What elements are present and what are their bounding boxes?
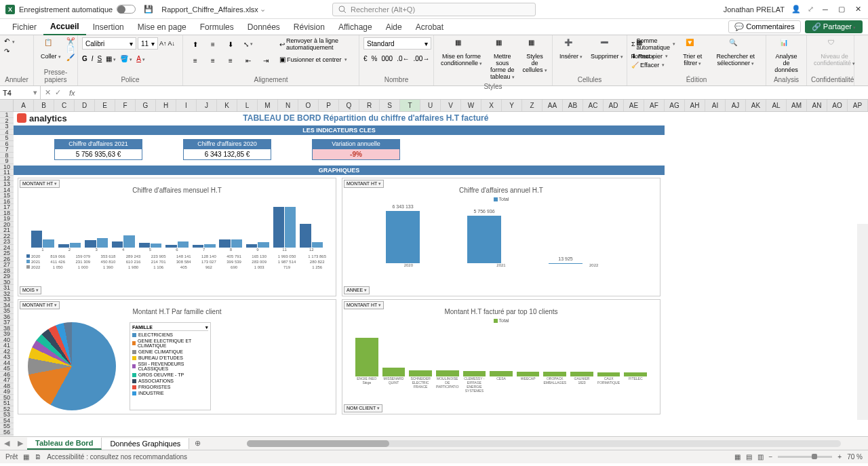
tab-acrobat[interactable]: Acrobat <box>409 20 450 35</box>
sort-filter-button[interactable]: 🔽Trier et filtrer <box>678 37 707 69</box>
slicer-montant[interactable]: MONTANT HT <box>20 180 60 188</box>
column-header[interactable]: M <box>258 100 278 111</box>
column-header[interactable]: AI <box>705 100 726 111</box>
tab-affichage[interactable]: Affichage <box>332 20 379 35</box>
column-header[interactable]: A <box>14 100 34 111</box>
increase-decimal-icon[interactable]: .0← <box>397 55 409 62</box>
tab-accueil[interactable]: Accueil <box>43 19 86 35</box>
minimize-icon[interactable]: ─ <box>821 5 830 14</box>
align-middle-icon[interactable]: ≡ <box>205 38 220 50</box>
align-right-icon[interactable]: ≡ <box>223 54 238 66</box>
tab-donnees[interactable]: Données <box>241 20 287 35</box>
cancel-formula-icon[interactable]: ✕ <box>45 88 51 97</box>
undo-dropdown[interactable] <box>11 37 15 45</box>
fill-button[interactable]: ⬇ Recopier <box>631 53 675 60</box>
hscroll-thumb[interactable] <box>247 440 389 447</box>
autosum-button[interactable]: Σ Somme automatique <box>631 37 675 51</box>
sheet-content[interactable]: analytics TABLEAU DE BORD Répartition du… <box>14 112 868 436</box>
chart-annual[interactable]: MONTANT HT Chiffre d'affaires annuel H.T… <box>342 178 660 296</box>
cell-styles-button[interactable]: ▦Styles de cellules <box>520 37 550 75</box>
underline-button[interactable]: S <box>98 55 102 62</box>
column-header[interactable]: Y <box>502 100 522 111</box>
tab-mise-en-page[interactable]: Mise en page <box>131 20 193 35</box>
sheet-tab-dashboard[interactable]: Tableau de Bord <box>27 438 102 450</box>
select-all-cell[interactable] <box>0 100 14 111</box>
slicer-montant[interactable]: MONTANT HT <box>344 180 384 188</box>
undo-icon[interactable]: ↶ <box>4 37 9 45</box>
slicer-nomclient[interactable]: NOM CLIENT <box>344 404 382 412</box>
vertical-scrollbar[interactable] <box>857 224 868 420</box>
decrease-decimal-icon[interactable]: .00→ <box>414 55 430 62</box>
column-header[interactable]: B <box>34 100 54 111</box>
sheet-nav-prev-icon[interactable]: ◀ <box>0 439 14 448</box>
sheet-tab-donnees[interactable]: Données Graphiques <box>102 438 189 449</box>
legend-dropdown-icon[interactable]: ▾ <box>205 325 208 330</box>
column-header[interactable]: AD <box>604 100 624 111</box>
column-header[interactable]: AJ <box>726 100 746 111</box>
column-header[interactable]: J <box>197 100 217 111</box>
chart-top10-clients[interactable]: MONTANT HT Montant H.T facturé par top 1… <box>342 299 660 414</box>
redo-icon[interactable]: ↷ <box>4 47 9 55</box>
percent-icon[interactable]: % <box>372 55 378 62</box>
column-header[interactable]: N <box>278 100 298 111</box>
fill-color-button[interactable]: 🪣 <box>120 55 132 62</box>
column-header[interactable]: AF <box>644 100 665 111</box>
save-icon[interactable]: 💾 <box>144 5 153 14</box>
chart-pie-famille[interactable]: MONTANT HT Montant H.T Par famille clien… <box>18 299 336 414</box>
column-header[interactable]: AG <box>665 100 685 111</box>
number-format-select[interactable]: Standard▾ <box>363 37 431 50</box>
user-name[interactable]: Jonathan PRELAT <box>724 5 785 14</box>
sheet-nav-next-icon[interactable]: ▶ <box>14 439 27 448</box>
chart-monthly[interactable]: MONTANT HT Chiffre d'affaires mensuel H.… <box>18 178 336 296</box>
slicer-montant[interactable]: MONTANT HT <box>20 301 60 309</box>
column-header[interactable]: V <box>441 100 461 111</box>
macro-indicator-icon[interactable]: ▦ <box>23 453 29 461</box>
ribbon-options-icon[interactable]: ⤢ <box>808 5 814 14</box>
column-header[interactable]: Z <box>522 100 542 111</box>
column-header[interactable]: AO <box>827 100 848 111</box>
currency-icon[interactable]: € <box>363 55 368 62</box>
copy-icon[interactable]: 📄 <box>66 45 75 53</box>
column-header[interactable]: AM <box>787 100 807 111</box>
insert-button[interactable]: ➕Insérer <box>557 37 585 62</box>
fx-icon[interactable]: fx <box>69 89 75 97</box>
accept-formula-icon[interactable]: ✓ <box>55 88 61 97</box>
view-layout-icon[interactable]: ▤ <box>746 453 752 461</box>
comma-icon[interactable]: 000 <box>381 55 393 62</box>
column-header[interactable]: AC <box>583 100 604 111</box>
column-header[interactable]: T <box>400 100 420 111</box>
column-header[interactable]: I <box>176 100 197 111</box>
view-normal-icon[interactable]: ▦ <box>734 453 741 461</box>
column-header[interactable]: AH <box>685 100 705 111</box>
format-painter-icon[interactable]: 🖌️ <box>66 54 75 61</box>
column-header[interactable]: E <box>95 100 115 111</box>
cut-icon[interactable]: ✂️ <box>66 37 75 45</box>
name-box[interactable]: T4▾ <box>0 86 41 99</box>
slicer-mois[interactable]: MOIS <box>20 286 41 294</box>
column-header[interactable]: O <box>298 100 319 111</box>
conditional-format-button[interactable]: ▦Mise en forme conditionnelle <box>438 37 485 69</box>
column-header[interactable]: P <box>319 100 339 111</box>
tab-formules[interactable]: Formules <box>193 20 241 35</box>
comments-button[interactable]: 💬 Commentaires <box>728 20 801 33</box>
search-box[interactable]: Rechercher (Alt+Q) <box>332 3 536 16</box>
column-header[interactable]: AK <box>746 100 766 111</box>
add-sheet-button[interactable]: ⊕ <box>189 438 206 449</box>
column-header[interactable]: G <box>136 100 156 111</box>
column-header[interactable]: AL <box>766 100 787 111</box>
font-size-select[interactable]: 11▾ <box>138 37 158 50</box>
column-header[interactable]: C <box>54 100 75 111</box>
column-header[interactable]: X <box>481 100 502 111</box>
font-color-button[interactable]: A <box>136 55 145 62</box>
border-button[interactable]: ▦ <box>106 55 116 62</box>
share-button[interactable]: 🔗 Partager <box>805 20 863 33</box>
bold-button[interactable]: G <box>82 55 87 62</box>
tab-revision[interactable]: Révision <box>287 20 332 35</box>
row-number[interactable]: 56 <box>0 429 14 435</box>
clear-button[interactable]: 🧹 Effacer <box>631 62 675 69</box>
indent-dec-icon[interactable]: ⇤ <box>241 54 256 66</box>
column-header[interactable]: H <box>156 100 176 111</box>
align-top-icon[interactable]: ⬆ <box>188 38 203 50</box>
find-select-button[interactable]: 🔍Rechercher et sélectionner <box>709 37 762 69</box>
column-header[interactable]: K <box>217 100 237 111</box>
